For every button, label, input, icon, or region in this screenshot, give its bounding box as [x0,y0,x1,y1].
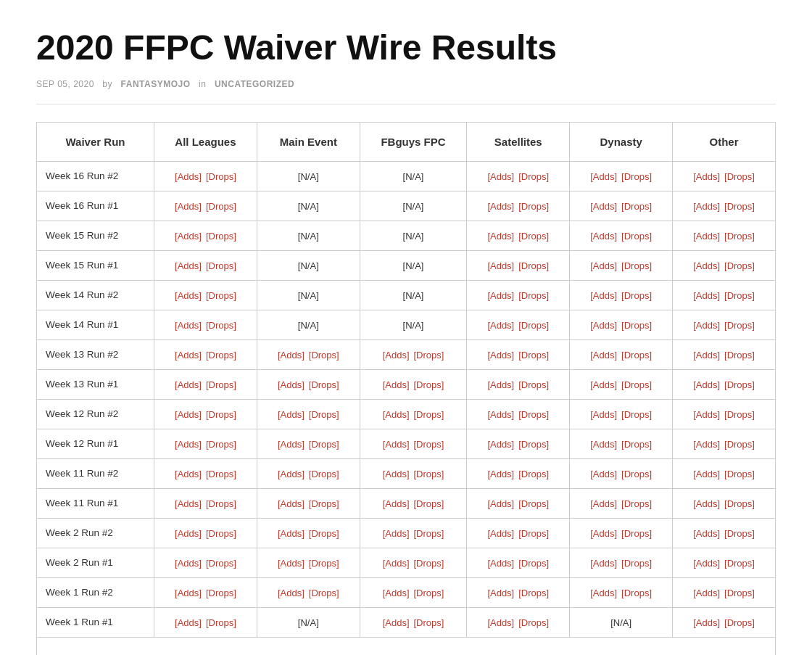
drops-link-satellites[interactable]: [Drops] [518,498,549,509]
drops-link-other[interactable]: [Drops] [724,469,755,479]
adds-link-other[interactable]: [Adds] [693,320,720,331]
adds-link-other[interactable]: [Adds] [693,290,720,301]
drops-link-other[interactable]: [Drops] [724,588,755,598]
adds-link-other[interactable]: [Adds] [693,350,720,361]
drops-link-fbguys[interactable]: [Drops] [414,588,444,598]
drops-link-all-leagues[interactable]: [Drops] [206,290,236,301]
drops-link-dynasty[interactable]: [Drops] [621,558,652,569]
drops-link-dynasty[interactable]: [Drops] [621,439,652,450]
drops-link-satellites[interactable]: [Drops] [518,350,549,361]
drops-link-main-event[interactable]: [Drops] [309,379,339,390]
drops-link-main-event[interactable]: [Drops] [309,350,339,361]
adds-link-satellites[interactable]: [Adds] [487,231,514,242]
adds-link-other[interactable]: [Adds] [693,617,720,628]
adds-link-other[interactable]: [Adds] [693,588,720,598]
adds-link-satellites[interactable]: [Adds] [487,260,514,271]
adds-link-other[interactable]: [Adds] [693,260,720,271]
drops-link-all-leagues[interactable]: [Drops] [206,231,236,242]
drops-link-all-leagues[interactable]: [Drops] [206,320,236,331]
adds-link-dynasty[interactable]: [Adds] [590,558,617,569]
drops-link-other[interactable]: [Drops] [724,320,755,331]
drops-link-fbguys[interactable]: [Drops] [414,617,444,628]
drops-link-satellites[interactable]: [Drops] [518,409,549,420]
drops-link-all-leagues[interactable]: [Drops] [206,617,236,628]
drops-link-main-event[interactable]: [Drops] [309,528,339,539]
drops-link-fbguys[interactable]: [Drops] [414,439,444,450]
drops-link-satellites[interactable]: [Drops] [518,439,549,450]
adds-link-other[interactable]: [Adds] [693,171,720,182]
drops-link-dynasty[interactable]: [Drops] [621,231,652,242]
drops-link-all-leagues[interactable]: [Drops] [206,558,236,569]
drops-link-all-leagues[interactable]: [Drops] [206,350,236,361]
adds-link-main-event[interactable]: [Adds] [278,588,304,598]
drops-link-main-event[interactable]: [Drops] [309,439,339,450]
adds-link-main-event[interactable]: [Adds] [278,439,304,450]
adds-link-satellites[interactable]: [Adds] [487,171,514,182]
drops-link-dynasty[interactable]: [Drops] [621,588,652,598]
adds-link-fbguys[interactable]: [Adds] [383,528,410,539]
adds-link-satellites[interactable]: [Adds] [487,350,514,361]
drops-link-dynasty[interactable]: [Drops] [621,379,652,390]
adds-link-all-leagues[interactable]: [Adds] [175,231,202,242]
adds-link-main-event[interactable]: [Adds] [278,350,304,361]
adds-link-all-leagues[interactable]: [Adds] [175,201,202,212]
drops-link-other[interactable]: [Drops] [724,171,755,182]
adds-link-satellites[interactable]: [Adds] [487,409,514,420]
adds-link-dynasty[interactable]: [Adds] [590,201,617,212]
drops-link-fbguys[interactable]: [Drops] [414,379,444,390]
adds-link-satellites[interactable]: [Adds] [487,528,514,539]
adds-link-other[interactable]: [Adds] [693,231,720,242]
adds-link-main-event[interactable]: [Adds] [278,469,304,479]
adds-link-dynasty[interactable]: [Adds] [590,588,617,598]
adds-link-dynasty[interactable]: [Adds] [590,290,617,301]
adds-link-all-leagues[interactable]: [Adds] [175,588,202,598]
drops-link-main-event[interactable]: [Drops] [309,409,339,420]
drops-link-all-leagues[interactable]: [Drops] [206,588,236,598]
adds-link-main-event[interactable]: [Adds] [278,498,304,509]
adds-link-dynasty[interactable]: [Adds] [590,171,617,182]
adds-link-other[interactable]: [Adds] [693,201,720,212]
adds-link-fbguys[interactable]: [Adds] [383,350,410,361]
drops-link-satellites[interactable]: [Drops] [518,558,549,569]
adds-link-satellites[interactable]: [Adds] [487,201,514,212]
drops-link-dynasty[interactable]: [Drops] [621,171,652,182]
adds-link-dynasty[interactable]: [Adds] [590,439,617,450]
drops-link-all-leagues[interactable]: [Drops] [206,469,236,479]
drops-link-satellites[interactable]: [Drops] [518,379,549,390]
drops-link-satellites[interactable]: [Drops] [518,617,549,628]
adds-link-all-leagues[interactable]: [Adds] [175,260,202,271]
drops-link-dynasty[interactable]: [Drops] [621,528,652,539]
adds-link-fbguys[interactable]: [Adds] [383,558,410,569]
drops-link-fbguys[interactable]: [Drops] [414,558,444,569]
drops-link-dynasty[interactable]: [Drops] [621,350,652,361]
drops-link-dynasty[interactable]: [Drops] [621,290,652,301]
drops-link-other[interactable]: [Drops] [724,350,755,361]
drops-link-main-event[interactable]: [Drops] [309,588,339,598]
adds-link-satellites[interactable]: [Adds] [487,588,514,598]
adds-link-dynasty[interactable]: [Adds] [590,350,617,361]
drops-link-satellites[interactable]: [Drops] [518,231,549,242]
adds-link-other[interactable]: [Adds] [693,439,720,450]
adds-link-dynasty[interactable]: [Adds] [590,231,617,242]
drops-link-fbguys[interactable]: [Drops] [414,350,444,361]
drops-link-all-leagues[interactable]: [Drops] [206,498,236,509]
drops-link-other[interactable]: [Drops] [724,528,755,539]
adds-link-satellites[interactable]: [Adds] [487,558,514,569]
adds-link-all-leagues[interactable]: [Adds] [175,528,202,539]
adds-link-all-leagues[interactable]: [Adds] [175,558,202,569]
adds-link-all-leagues[interactable]: [Adds] [175,439,202,450]
drops-link-other[interactable]: [Drops] [724,290,755,301]
drops-link-main-event[interactable]: [Drops] [309,469,339,479]
drops-link-dynasty[interactable]: [Drops] [621,260,652,271]
drops-link-fbguys[interactable]: [Drops] [414,469,444,479]
adds-link-satellites[interactable]: [Adds] [487,290,514,301]
adds-link-other[interactable]: [Adds] [693,498,720,509]
adds-link-fbguys[interactable]: [Adds] [383,379,410,390]
adds-link-all-leagues[interactable]: [Adds] [175,617,202,628]
adds-link-other[interactable]: [Adds] [693,409,720,420]
drops-link-satellites[interactable]: [Drops] [518,588,549,598]
drops-link-dynasty[interactable]: [Drops] [621,409,652,420]
adds-link-dynasty[interactable]: [Adds] [590,320,617,331]
adds-link-other[interactable]: [Adds] [693,558,720,569]
adds-link-main-event[interactable]: [Adds] [278,528,304,539]
